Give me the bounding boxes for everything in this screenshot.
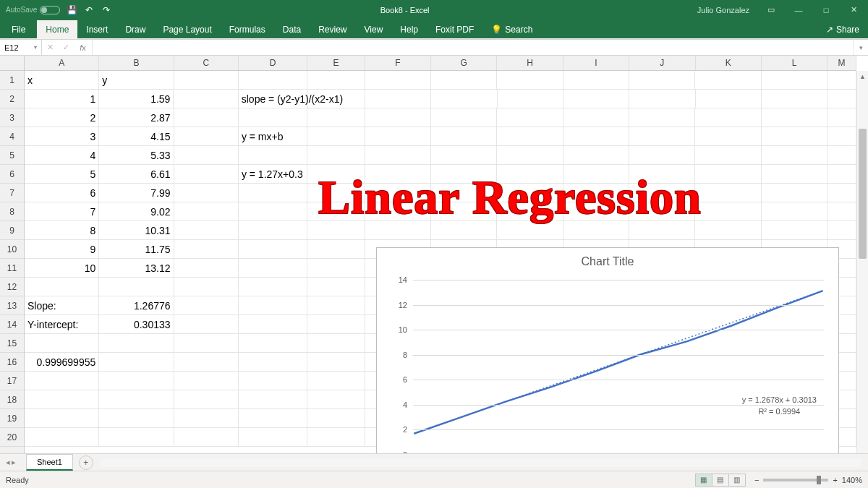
cell[interactable] bbox=[563, 202, 629, 221]
cell[interactable]: 13.12 bbox=[99, 259, 174, 277]
row-header[interactable]: 6 bbox=[0, 165, 24, 184]
cell[interactable]: 8 bbox=[25, 221, 99, 239]
cell[interactable] bbox=[174, 90, 238, 108]
cell[interactable] bbox=[696, 90, 762, 108]
cell[interactable] bbox=[239, 108, 307, 127]
row-header[interactable]: 20 bbox=[0, 428, 24, 447]
cell[interactable] bbox=[563, 90, 629, 108]
row-header[interactable]: 12 bbox=[0, 278, 24, 296]
cell[interactable] bbox=[695, 146, 761, 164]
cell[interactable] bbox=[762, 90, 827, 108]
cell[interactable] bbox=[174, 202, 239, 221]
row-header[interactable]: 16 bbox=[0, 353, 24, 372]
tab-draw[interactable]: Draw bbox=[116, 20, 154, 38]
cell[interactable] bbox=[307, 202, 365, 221]
cell[interactable] bbox=[431, 146, 497, 164]
cell[interactable] bbox=[695, 202, 761, 221]
page-break-view-icon[interactable]: ▥ bbox=[728, 474, 746, 487]
cell[interactable] bbox=[174, 353, 239, 371]
cell[interactable] bbox=[827, 90, 856, 108]
cell[interactable] bbox=[239, 146, 307, 164]
column-header[interactable]: G bbox=[431, 56, 497, 70]
cell[interactable]: 6.61 bbox=[99, 165, 174, 183]
cell[interactable]: 1.26776 bbox=[99, 296, 174, 314]
cell[interactable] bbox=[307, 127, 365, 145]
cell[interactable] bbox=[307, 184, 365, 202]
cell[interactable]: 7.99 bbox=[99, 184, 174, 202]
cell[interactable] bbox=[563, 184, 629, 202]
embedded-chart[interactable]: Chart Title 02468101214 12345678910 y = … bbox=[376, 247, 839, 471]
scrollbar-thumb[interactable] bbox=[859, 129, 867, 259]
cell[interactable]: y bbox=[99, 71, 174, 89]
add-sheet-button[interactable]: + bbox=[79, 455, 93, 470]
cell[interactable] bbox=[695, 221, 761, 239]
name-box[interactable]: E12▾ bbox=[0, 40, 42, 55]
cell[interactable] bbox=[695, 127, 761, 145]
cell[interactable] bbox=[99, 334, 174, 352]
cell[interactable]: 9.02 bbox=[99, 202, 174, 221]
cell[interactable] bbox=[174, 315, 239, 333]
cell[interactable] bbox=[174, 259, 239, 277]
cell[interactable]: 2.87 bbox=[99, 108, 174, 127]
cell[interactable]: 0.999699955 bbox=[25, 353, 99, 371]
cell[interactable] bbox=[629, 90, 695, 108]
cell[interactable] bbox=[174, 334, 239, 352]
cell[interactable] bbox=[25, 278, 99, 296]
cell[interactable] bbox=[239, 409, 307, 427]
ribbon-options-icon[interactable]: ▭ bbox=[760, 0, 783, 20]
cell[interactable] bbox=[365, 165, 431, 183]
cell[interactable] bbox=[827, 108, 856, 127]
cell[interactable] bbox=[563, 146, 629, 164]
column-header[interactable]: D bbox=[239, 56, 307, 70]
cell[interactable] bbox=[174, 372, 239, 390]
cell[interactable] bbox=[827, 184, 856, 202]
cell[interactable] bbox=[629, 165, 695, 183]
cell[interactable]: x bbox=[25, 71, 99, 89]
tab-review[interactable]: Review bbox=[310, 20, 355, 38]
cell[interactable] bbox=[307, 315, 365, 333]
row-header[interactable]: 9 bbox=[0, 221, 24, 240]
cell[interactable] bbox=[563, 165, 629, 183]
cell[interactable] bbox=[174, 428, 239, 446]
tab-page-layout[interactable]: Page Layout bbox=[154, 20, 220, 38]
formula-input[interactable] bbox=[93, 40, 854, 55]
row-header[interactable]: 1 bbox=[0, 71, 24, 90]
cell[interactable] bbox=[174, 146, 239, 164]
cell[interactable] bbox=[827, 146, 856, 164]
cell[interactable] bbox=[307, 409, 365, 427]
normal-view-icon[interactable]: ▦ bbox=[695, 474, 712, 487]
cell[interactable] bbox=[431, 221, 497, 239]
cell[interactable] bbox=[307, 353, 365, 371]
cell[interactable] bbox=[174, 390, 239, 408]
cell[interactable] bbox=[629, 146, 695, 164]
cell[interactable] bbox=[307, 259, 365, 277]
cell[interactable] bbox=[629, 202, 695, 221]
sheet-tab-active[interactable]: Sheet1 bbox=[26, 454, 73, 471]
expand-formula-bar-icon[interactable]: ▾ bbox=[854, 40, 868, 55]
cell[interactable] bbox=[431, 108, 497, 127]
row-header[interactable]: 14 bbox=[0, 315, 24, 334]
cell[interactable]: 10 bbox=[25, 259, 99, 277]
cell[interactable] bbox=[365, 202, 431, 221]
cell[interactable] bbox=[99, 353, 174, 371]
user-name[interactable]: Julio Gonzalez bbox=[697, 6, 749, 14]
cell[interactable] bbox=[497, 71, 563, 89]
cell[interactable] bbox=[365, 71, 431, 89]
cell[interactable] bbox=[239, 240, 307, 258]
cell[interactable] bbox=[174, 165, 239, 183]
cell[interactable] bbox=[497, 221, 563, 239]
cell[interactable] bbox=[239, 315, 307, 333]
column-header[interactable]: H bbox=[497, 56, 563, 70]
row-header[interactable]: 18 bbox=[0, 390, 24, 409]
cell[interactable] bbox=[174, 278, 239, 296]
fx-icon[interactable]: fx bbox=[74, 40, 93, 55]
cell[interactable] bbox=[762, 127, 827, 145]
page-layout-view-icon[interactable]: ▤ bbox=[712, 474, 729, 487]
cell[interactable] bbox=[563, 108, 629, 127]
tab-data[interactable]: Data bbox=[274, 20, 310, 38]
column-header[interactable]: A bbox=[25, 56, 99, 70]
cancel-formula-icon[interactable]: ✕ bbox=[42, 40, 58, 55]
cell[interactable] bbox=[365, 108, 431, 127]
cell[interactable]: 11.75 bbox=[99, 240, 174, 258]
column-header[interactable]: F bbox=[365, 56, 431, 70]
